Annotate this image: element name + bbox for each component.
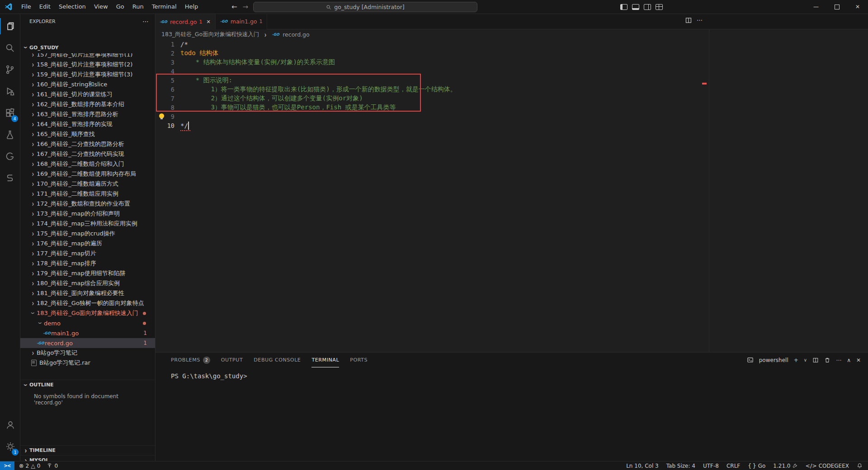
menu-go[interactable]: Go — [112, 0, 128, 14]
command-center-search[interactable]: go_study [Administrator] — [253, 2, 477, 12]
extensions-activity-button[interactable]: 4 — [0, 102, 20, 124]
close-tab-icon[interactable]: ✕ — [207, 19, 211, 25]
ports-status[interactable]: 0 — [47, 463, 58, 469]
breadcrumb-file[interactable]: record.go — [283, 31, 310, 38]
maximize-button[interactable] — [826, 0, 847, 14]
tree-item-folder-demo[interactable]: ›demo — [20, 318, 155, 328]
panel-tab-ports[interactable]: PORTS — [350, 352, 368, 367]
tree-item[interactable]: ›159_尚硅谷_切片注意事项和细节(3) — [20, 70, 155, 80]
search-activity-button[interactable] — [0, 37, 20, 59]
section-mysql[interactable]: › MYSQL — [20, 455, 155, 461]
tree-item[interactable]: ›163_尚硅谷_冒泡排序思路分析 — [20, 109, 155, 119]
toggle-sidebar-icon[interactable] — [620, 4, 627, 10]
tree-item[interactable]: B站go学习笔记.rar — [20, 358, 155, 368]
tree-item[interactable]: ›169_尚硅谷_二维数组使用和内存布局 — [20, 169, 155, 179]
menu-terminal[interactable]: Terminal — [148, 0, 181, 14]
kill-terminal-trash-icon[interactable] — [824, 357, 830, 363]
tree-item[interactable]: ›167_尚硅谷_二分查找的代码实现 — [20, 149, 155, 159]
source-control-activity-button[interactable] — [0, 59, 20, 80]
tree-item[interactable]: ›170_尚硅谷_二维数组遍历方式 — [20, 179, 155, 189]
close-window-button[interactable]: ✕ — [847, 0, 868, 14]
panel-tab-output[interactable]: OUTPUT — [221, 352, 243, 367]
new-terminal-icon[interactable]: + — [794, 357, 798, 363]
tree-item[interactable]: ›160_尚硅谷_string和slice — [20, 80, 155, 89]
tree-item[interactable]: ›157_尚硅谷_切片注意事项和细节(1) — [20, 53, 155, 60]
lightbulb-icon[interactable] — [159, 113, 164, 118]
toggle-secondary-sidebar-icon[interactable] — [644, 4, 651, 10]
tab-size-status[interactable]: Tab Size: 4 — [666, 463, 695, 469]
testing-activity-button[interactable] — [0, 124, 20, 146]
split-terminal-icon[interactable] — [812, 357, 819, 363]
section-outline[interactable]: › OUTLINE — [20, 380, 155, 390]
forward-arrow-icon[interactable]: → — [243, 3, 249, 11]
maximize-panel-icon[interactable]: ∧ — [847, 357, 851, 363]
back-arrow-icon[interactable]: ← — [231, 3, 237, 11]
menu-file[interactable]: File — [17, 0, 35, 14]
terminal-prompt[interactable]: PS G:\task\go_study> — [171, 372, 247, 380]
go-version-status[interactable]: 1.21.0 — [773, 463, 797, 469]
panel-tab-debug-console[interactable]: DEBUG CONSOLE — [254, 352, 301, 367]
tree-item[interactable]: ›164_尚硅谷_冒泡排序的实现 — [20, 119, 155, 129]
tab-main1-go[interactable]: GO main1.go 1 — [216, 14, 268, 29]
explorer-more-actions-icon[interactable]: ⋯ — [142, 18, 149, 25]
tree-item[interactable]: ›172_尚硅谷_数组和查找的作业布置 — [20, 199, 155, 209]
shell-label[interactable]: powershell — [759, 357, 788, 363]
close-panel-icon[interactable]: ✕ — [856, 357, 861, 363]
tree-item[interactable]: ›176_尚硅谷_map的遍历 — [20, 239, 155, 249]
settings-button[interactable]: 1 — [0, 436, 20, 457]
breadcrumb[interactable]: 183_尚硅谷_Go面向对象编程快速入门 › GO record.go — [155, 29, 709, 40]
tree-item[interactable]: ›177_尚硅谷_map切片 — [20, 249, 155, 258]
cursor-position-status[interactable]: Ln 10, Col 3 — [626, 463, 659, 469]
explorer-activity-button[interactable] — [0, 15, 20, 37]
tree-item[interactable]: ›162_尚硅谷_数组排序的基本介绍 — [20, 99, 155, 109]
g-circle-activity-button[interactable] — [0, 146, 20, 167]
language-mode-status[interactable]: { } Go — [748, 462, 765, 469]
menu-edit[interactable]: Edit — [35, 0, 55, 14]
menu-selection[interactable]: Selection — [55, 0, 90, 14]
tree-item[interactable]: ›182_尚硅谷_Go独树一帜的面向对象特点 — [20, 298, 155, 308]
tab-record-go[interactable]: GO record.go 1 ✕ — [155, 14, 216, 29]
breadcrumb-folder[interactable]: 183_尚硅谷_Go面向对象编程快速入门 — [161, 31, 259, 38]
tree-item-record-selected[interactable]: GOrecord.go1 — [20, 338, 155, 348]
tree-item[interactable]: ›171_尚硅谷_二维数组应用实例 — [20, 189, 155, 199]
menu-help[interactable]: Help — [181, 0, 203, 14]
account-button[interactable] — [0, 414, 20, 436]
tree-item[interactable]: ›173_尚硅谷_map的介绍和声明 — [20, 209, 155, 219]
panel-tab-terminal[interactable]: TERMINAL — [311, 352, 339, 367]
tree-item[interactable]: ›168_尚硅谷_二维数组介绍和入门 — [20, 159, 155, 169]
tree-item[interactable]: ›166_尚硅谷_二分查找的思路分析 — [20, 139, 155, 149]
eol-status[interactable]: CRLF — [726, 463, 740, 469]
tree-item[interactable]: ›165_尚硅谷_顺序查找 — [20, 129, 155, 139]
customize-layout-icon[interactable] — [656, 4, 663, 10]
panel-tab-problems[interactable]: PROBLEMS 2 — [171, 352, 210, 367]
run-debug-activity-button[interactable] — [0, 80, 20, 102]
bell-icon[interactable] — [857, 463, 863, 469]
panel-more-actions-icon[interactable]: ⋯ — [836, 357, 841, 363]
tree-item[interactable]: ›158_尚硅谷_切片注意事项和细节(2) — [20, 60, 155, 70]
tree-item[interactable]: ›B站go学习笔记 — [20, 348, 155, 358]
encoding-status[interactable]: UTF-8 — [703, 463, 719, 469]
tree-item[interactable]: ›175_尚硅谷_map的crud操作 — [20, 229, 155, 239]
code-editor[interactable]: 1/* 2todo 结构体 3 * 结构体与结构体变量(实例/对象)的关系示意图… — [155, 40, 709, 352]
menu-view[interactable]: View — [90, 0, 112, 14]
problems-status[interactable]: ⊗ 2 △ 0 — [19, 462, 40, 469]
tree-item-main1[interactable]: GOmain1.go1 — [20, 328, 155, 338]
codegeex-status[interactable]: </> CODEGEEX — [805, 462, 849, 469]
editor-more-actions-icon[interactable]: ⋯ — [697, 17, 703, 24]
tree-item[interactable]: ›181_尚硅谷_面向对象编程必要性 — [20, 288, 155, 298]
codegeex-activity-button[interactable] — [0, 167, 20, 189]
tree-item[interactable]: ›161_尚硅谷_切片的课堂练习 — [20, 89, 155, 99]
tree-item[interactable]: ›174_尚硅谷_map三种用法和应用实例 — [20, 219, 155, 229]
minimize-button[interactable]: — — [806, 0, 826, 14]
toggle-panel-icon[interactable] — [632, 4, 639, 10]
terminal-dropdown-icon[interactable]: ∨ — [804, 357, 807, 362]
menu-run[interactable]: Run — [128, 0, 148, 14]
tree-item-folder-183[interactable]: ›183_尚硅谷_Go面向对象编程快速入门 — [20, 308, 155, 318]
split-editor-icon[interactable] — [685, 17, 692, 24]
section-timeline[interactable]: › TIMELINE — [20, 445, 155, 455]
section-go-study[interactable]: › GO_STUDY — [20, 42, 155, 52]
tree-item[interactable]: ›179_尚硅谷_map使用细节和陷阱 — [20, 268, 155, 278]
remote-indicator[interactable]: >< — [0, 461, 14, 470]
tree-item[interactable]: ›180_尚硅谷_map综合应用实例 — [20, 278, 155, 288]
tree-item[interactable]: ›178_尚硅谷_map排序 — [20, 258, 155, 268]
